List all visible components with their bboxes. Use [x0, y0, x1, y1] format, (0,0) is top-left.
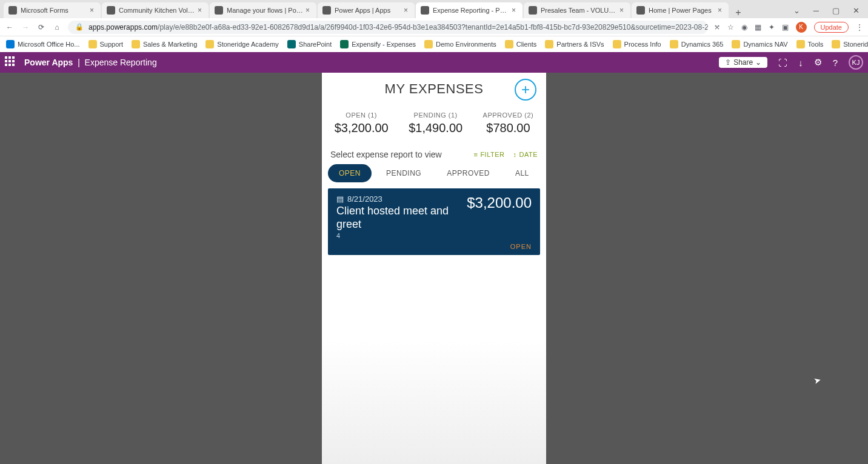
sort-date-button[interactable]: ↕ DATE — [513, 151, 538, 158]
bookmark-icon — [6, 40, 15, 48]
home-icon[interactable]: ⌂ — [52, 23, 62, 31]
summary-label: OPEN (1) — [335, 111, 389, 119]
add-expense-button[interactable]: + — [515, 79, 536, 101]
browser-tab[interactable]: Home | Power Pages × — [632, 2, 729, 18]
close-icon[interactable]: × — [90, 6, 96, 15]
window-controls: ⌄ ─ ▢ ✕ — [793, 2, 868, 18]
bookmark-item[interactable]: Process Info — [613, 40, 661, 48]
bookmark-label: Clients — [516, 41, 537, 48]
app-name: Expense Reporting — [85, 58, 157, 67]
bookmark-item[interactable]: Tools — [796, 40, 824, 48]
extension-icon[interactable]: ▦ — [755, 23, 761, 31]
update-button[interactable]: Update — [814, 22, 849, 33]
bookmarks-bar: Microsoft Office Ho... Support Sales & M… — [0, 36, 868, 52]
tab-favicon — [107, 6, 115, 15]
tab-search-icon[interactable]: ⌄ — [793, 6, 800, 15]
tab-favicon — [636, 6, 645, 15]
bookmark-label: Process Info — [624, 41, 661, 48]
bookmark-item[interactable]: Stoneridge — [832, 40, 868, 48]
help-icon[interactable]: ? — [833, 58, 838, 68]
bookmark-item[interactable]: Support — [88, 40, 124, 48]
summary-label: APPROVED (2) — [483, 111, 534, 119]
gear-icon[interactable]: ⚙ — [814, 57, 822, 68]
bookmark-icon — [205, 40, 214, 48]
bookmark-label: Demo Environments — [436, 41, 496, 48]
close-window-icon[interactable]: ✕ — [853, 6, 860, 15]
restore-icon[interactable]: ▢ — [832, 6, 840, 15]
app-launcher-icon[interactable] — [5, 56, 17, 68]
bookmark-item[interactable]: Stoneridge Academy — [205, 40, 279, 48]
forward-icon[interactable]: → — [21, 23, 30, 31]
new-tab-button[interactable]: + — [730, 7, 747, 18]
bookmark-item[interactable]: Dynamics NAV — [732, 40, 787, 48]
bookmark-item[interactable]: Microsoft Office Ho... — [6, 40, 80, 48]
user-avatar[interactable]: KJ — [849, 55, 863, 70]
bookmark-label: Stoneridge — [843, 41, 868, 48]
bookmark-item[interactable]: Clients — [505, 40, 537, 48]
share-button[interactable]: ⇪ Share ⌄ — [719, 57, 767, 68]
browser-tab[interactable]: Community Kitchen Volunteer F × — [102, 2, 209, 18]
bookmark-item[interactable]: Sales & Marketing — [132, 40, 197, 48]
close-icon[interactable]: × — [619, 6, 626, 15]
app-canvas-backdrop: MY EXPENSES + OPEN (1) $3,200.00 PENDING… — [0, 73, 868, 464]
powerapps-topbar: Power Apps | Expense Reporting ⇪ Share ⌄… — [0, 52, 868, 73]
extension-icon[interactable]: ◉ — [741, 23, 747, 31]
lock-icon: 🔒 — [75, 23, 84, 31]
bookmark-icon — [340, 40, 349, 48]
back-icon[interactable]: ← — [5, 23, 15, 31]
url-path: /play/e/e88b2e0f-a68a-ed33-92e1-6082678d… — [158, 23, 707, 31]
minimize-icon[interactable]: ─ — [813, 6, 819, 15]
close-icon[interactable]: × — [718, 6, 724, 15]
bookmark-item[interactable]: Expensify - Expenses — [340, 40, 416, 48]
bookmark-label: Support — [100, 41, 124, 48]
tab-open[interactable]: OPEN — [328, 164, 372, 182]
tab-title: Power Apps | Apps — [335, 7, 401, 14]
bookmark-icon — [505, 40, 513, 48]
close-icon[interactable]: × — [305, 6, 312, 15]
close-icon[interactable]: × — [198, 6, 204, 15]
tab-title: Manage your flows | Power Au — [227, 7, 303, 14]
app-header: MY EXPENSES + — [322, 73, 546, 101]
close-icon[interactable]: × — [404, 6, 410, 15]
close-icon[interactable]: × — [512, 6, 518, 15]
reload-icon[interactable]: ⟳ — [36, 23, 46, 31]
tab-title: Microsoft Forms — [21, 7, 87, 14]
tab-pending[interactable]: PENDING — [375, 164, 432, 182]
tab-title: Expense Reporting - PowerApps — [433, 7, 509, 14]
browser-tab[interactable]: Presales Team - VOLUNTEER SK × — [524, 2, 630, 18]
bookmark-icon — [732, 40, 740, 48]
browser-toolbar-icons: ⤧ ☆ ◉ ▦ ✦ ▣ K Update ⋮ — [714, 22, 863, 33]
bookmark-item[interactable]: Partners & ISVs — [545, 40, 604, 48]
expense-card[interactable]: ▤ 8/21/2023 Client hosted meet and greet… — [328, 188, 540, 255]
bookmark-label: Partners & ISVs — [556, 41, 604, 48]
browser-tab-strip: Microsoft Forms × Community Kitchen Volu… — [0, 0, 868, 18]
browser-tab[interactable]: Microsoft Forms × — [4, 2, 101, 18]
sidepanel-icon[interactable]: ▣ — [782, 23, 789, 31]
extensions-puzzle-icon[interactable]: ✦ — [769, 23, 775, 31]
tab-approved[interactable]: APPROVED — [436, 164, 501, 182]
mouse-cursor-icon: ➤ — [813, 375, 823, 386]
address-bar[interactable]: 🔒 apps.powerapps.com /play/e/e88b2e0f-a6… — [68, 21, 708, 34]
bookmark-item[interactable]: SharePoint — [287, 40, 332, 48]
bookmark-icon — [613, 40, 621, 48]
summary-amount: $780.00 — [483, 121, 534, 135]
translate-icon[interactable]: ⤧ — [714, 23, 720, 31]
filter-button[interactable]: ≡ FILTER — [473, 151, 504, 158]
browser-tab[interactable]: Power Apps | Apps × — [318, 2, 415, 18]
bookmark-item[interactable]: Dynamics 365 — [670, 40, 724, 48]
tab-all[interactable]: ALL — [504, 164, 540, 182]
fit-to-screen-icon[interactable]: ⛶ — [778, 58, 787, 68]
browser-tab-active[interactable]: Expense Reporting - PowerApps × — [416, 2, 522, 18]
kebab-menu-icon[interactable]: ⋮ — [856, 23, 863, 31]
chevron-down-icon: ⌄ — [755, 58, 761, 67]
summary-pending: PENDING (1) $1,490.00 — [409, 111, 462, 135]
bookmark-star-icon[interactable]: ☆ — [727, 23, 734, 31]
profile-avatar[interactable]: K — [796, 22, 807, 33]
bookmark-icon — [424, 40, 433, 48]
bookmark-item[interactable]: Demo Environments — [424, 40, 496, 48]
bookmark-icon — [670, 40, 678, 48]
browser-tab[interactable]: Manage your flows | Power Au × — [210, 2, 316, 18]
download-icon[interactable]: ↓ — [798, 58, 803, 68]
sort-icon: ↕ — [513, 151, 516, 158]
bookmark-icon — [287, 40, 296, 48]
